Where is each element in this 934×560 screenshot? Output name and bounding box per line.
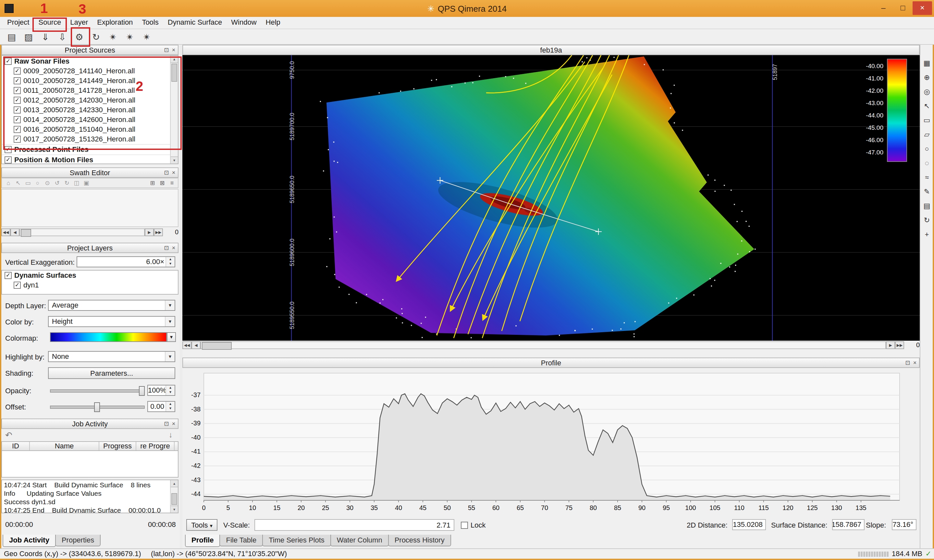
job-column-1[interactable]: Name [30,442,99,450]
profile-tool-icon[interactable]: ≈ [922,172,932,182]
checkbox-icon[interactable]: ✓ [5,146,12,153]
menu-exploration[interactable]: Exploration [92,17,137,29]
float-panel-icon[interactable]: ⊡ [163,45,170,54]
select-rect-icon[interactable]: ▭ [922,115,932,125]
select-lasso-icon[interactable]: ◌ [922,158,932,168]
swath-view-icon[interactable]: ◫ [72,179,81,188]
sonar-beacon-icon-1[interactable]: ✴ [106,31,119,43]
source-file-row[interactable]: ✓0017_20050728_151326_Heron.all [2,134,171,144]
maximize-button[interactable]: □ [893,1,912,15]
scroll-up-icon[interactable]: ▴ [171,56,178,63]
source-file-row[interactable]: ✓0012_20050728_142030_Heron.all [2,95,171,105]
swath-menu-icon[interactable]: ≡ [168,179,177,188]
checkbox-icon[interactable]: ✓ [14,68,21,75]
shading-parameters-button[interactable]: Parameters... [48,367,175,379]
checkbox-icon[interactable]: ✓ [14,77,21,85]
float-panel-icon[interactable]: ⊡ [163,419,170,428]
processing-settings-gear-icon[interactable]: ⚙ [73,31,86,43]
vertical-splitter[interactable] [180,45,182,548]
profile-tools-button[interactable]: Tools ▾ [186,519,217,531]
checkbox-icon[interactable]: ✓ [14,97,21,104]
checkbox-icon[interactable]: ✓ [5,156,12,163]
swath-cursor-icon[interactable]: ↖ [14,179,23,188]
job-column-3[interactable]: re Progre [136,442,175,450]
tab-time-series-plots[interactable]: Time Series Plots [262,535,331,546]
source-file-row[interactable]: ✓0011_20050728_141728_Heron.all [2,86,171,95]
spin-arrows-icon[interactable]: ▴▾ [166,385,175,395]
float-panel-icon[interactable]: ⊡ [163,168,170,177]
slider-thumb[interactable] [139,386,145,396]
scroll-thumb[interactable] [171,64,177,82]
scroll-first-icon[interactable]: ◀◀ [1,228,11,236]
project-sources-scrollbar[interactable]: ▴ ▾ [170,56,178,163]
swath-accept-icon[interactable]: ⊙ [43,179,52,188]
spin-arrows-icon[interactable]: ▴▾ [166,257,175,267]
source-file-row[interactable]: ✓0016_20050728_151040_Heron.all [2,125,171,134]
scroll-thumb[interactable] [202,342,232,349]
sonar-beacon-icon-3[interactable]: ✴ [140,31,153,43]
chevron-down-icon[interactable]: ▾ [165,317,175,326]
swath-editor-view[interactable] [1,189,178,227]
source-file-row[interactable]: ✓0014_20050728_142600_Heron.all [2,115,171,125]
tab-properties[interactable]: Properties [55,535,101,546]
menu-tools[interactable]: Tools [137,17,163,29]
scroll-prev-icon[interactable]: ◀ [191,341,200,349]
surface-row-dyn1[interactable]: ✓ dyn1 [2,280,178,290]
swath-redo-icon[interactable]: ↻ [62,179,71,188]
slider-track[interactable] [50,389,145,392]
pan-view-icon[interactable]: + [922,229,932,240]
checkbox-icon[interactable]: ✓ [14,87,21,94]
scroll-first-icon[interactable]: ◀◀ [182,341,191,349]
scene-scrollbar[interactable]: ◀◀ ◀ ▶ ▶▶ 0 [182,341,920,349]
close-button[interactable]: × [912,1,932,15]
opacity-slider[interactable] [50,385,145,395]
checkbox-icon[interactable]: ✓ [14,106,21,114]
crosshair-icon[interactable]: ⊕ [922,72,932,82]
opacity-spinbox[interactable]: 100% ▴▾ [147,385,175,396]
source-file-row[interactable]: ✓0013_20050728_142330_Heron.all [2,105,171,115]
swath-filter-icon[interactable]: ⊞ [148,179,157,188]
target-icon[interactable]: ◎ [922,86,932,97]
select-circle-icon[interactable]: ○ [922,143,932,154]
scroll-next-icon[interactable]: ▶ [886,341,895,349]
job-table-body[interactable] [1,450,178,478]
tab-process-history[interactable]: Process History [388,535,451,546]
scene-3d-viewport[interactable]: 9750.05189700.05189650.05189600.05189550… [182,55,920,341]
scroll-thumb[interactable] [21,229,31,237]
undo-icon[interactable]: ↶ [5,430,12,440]
tab-profile[interactable]: Profile [185,535,220,547]
source-group-1[interactable]: ✓Processed Point Files [2,144,171,154]
scroll-to-bottom-icon[interactable]: ↓ [169,430,173,440]
source-group-2[interactable]: ✓Position & Motion Files [2,154,171,164]
reprocess-icon[interactable]: ↻ [89,31,103,43]
menu-window[interactable]: Window [226,17,261,29]
checkbox-icon[interactable]: ✓ [14,126,21,133]
source-file-row[interactable]: ✓0010_20050728_141449_Heron.all [2,76,171,86]
menu-help[interactable]: Help [261,17,285,29]
scroll-last-icon[interactable]: ▶▶ [154,228,163,236]
swath-editor-scrollbar[interactable]: ◀◀ ◀ ▶ ▶▶ 0 [1,228,178,236]
colormap-dropdown-icon[interactable]: ▾ [167,332,176,342]
close-panel-icon[interactable]: × [170,168,177,177]
depth-layer-combobox[interactable]: Average ▾ [48,300,175,311]
checkbox-icon[interactable]: ✓ [5,58,12,65]
close-panel-icon[interactable]: × [170,45,177,54]
colormap-tool-icon[interactable]: ▤ [922,200,932,211]
swath-save-icon[interactable]: ▣ [82,179,91,188]
tab-water-column[interactable]: Water Column [330,535,389,546]
checkbox-icon[interactable]: ✓ [5,272,12,279]
scroll-down-icon[interactable]: ▾ [171,156,178,163]
spin-arrows-icon[interactable]: ▴▾ [166,402,175,411]
select-polygon-icon[interactable]: ▱ [922,129,932,140]
slider-thumb[interactable] [94,402,100,412]
add-raw-sonar-files-icon[interactable]: ⇓ [39,31,52,43]
colormap-gradient-bar[interactable] [50,332,167,342]
checkbox-icon[interactable]: ✓ [14,282,21,289]
float-panel-icon[interactable]: ⊡ [904,358,911,367]
minimize-button[interactable]: – [874,1,893,15]
job-column-2[interactable]: Progress [99,442,136,450]
source-group-0[interactable]: ✓Raw Sonar Files [2,57,171,66]
menu-layer[interactable]: Layer [66,17,92,29]
checkbox-icon[interactable]: ✓ [14,116,21,123]
swath-zoom-icon[interactable]: ○ [33,179,42,188]
